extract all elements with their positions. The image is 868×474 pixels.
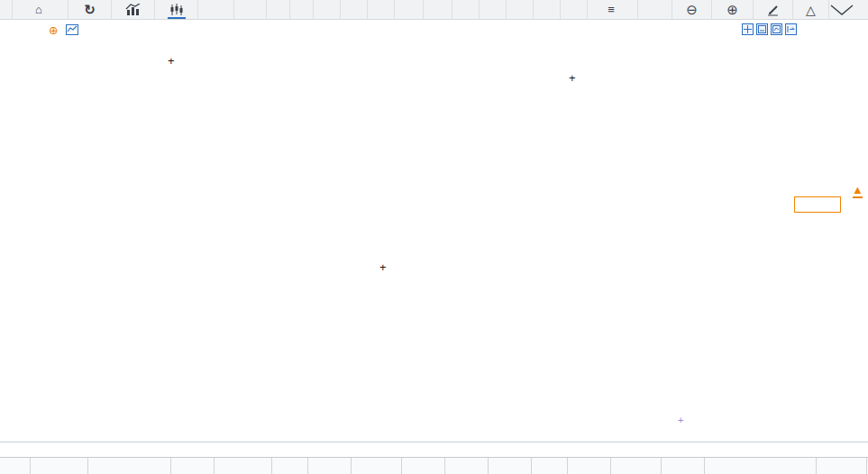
x-axis-row [0,442,868,457]
shape-tool-button[interactable]: △ [793,0,829,19]
zoom-in-icon: ⊕ [726,2,738,18]
more-button[interactable]: ≡ [588,0,638,19]
pane-shift-icon[interactable] [785,23,797,35]
clipped-tool-button[interactable] [829,0,868,19]
formula-button[interactable] [638,0,672,19]
period-5d-button[interactable] [234,0,267,19]
clipped-tool-icon [829,4,868,16]
period-1m-button[interactable] [267,0,290,19]
period-2h-button[interactable] [395,0,424,19]
tab-psy[interactable] [568,458,611,474]
home-icon: ⌂ [35,3,42,16]
bar-chart-icon [125,4,141,16]
tab-pp[interactable] [272,458,308,474]
refresh-button[interactable]: ↻ [69,0,112,19]
period-week-button[interactable] [480,0,507,19]
home-button[interactable]: ⌂ [13,0,69,19]
period-5m-button[interactable] [290,0,314,19]
pane-expand-icon[interactable] [771,23,782,35]
period-tick-button[interactable] [198,0,234,19]
cross-marker-low-apr: + [379,263,387,272]
tab-cci[interactable] [402,458,445,474]
tab-pps[interactable] [308,458,352,474]
chart-canvas[interactable] [0,0,868,474]
period-30m-button[interactable] [341,0,368,19]
pencil-icon [766,4,780,16]
period-10m-button[interactable] [314,0,341,19]
tab-bias[interactable] [352,458,402,474]
period-4h-button[interactable] [424,0,452,19]
rsi-header [41,288,92,301]
tab-ichimoku-cloud[interactable] [705,458,817,474]
indicator-tab-bar [0,457,868,474]
tab-ma[interactable] [171,458,215,474]
period-year-button[interactable] [561,0,588,19]
pane-tool-icons [742,23,797,35]
mini-chart-icon [66,24,78,35]
tab-cr[interactable] [532,458,568,474]
cross-marker-high-jun: + [569,74,576,83]
draw-button[interactable] [754,0,793,19]
cross-marker-high-jan: + [168,57,175,66]
candlestick-view-button[interactable] [155,0,198,19]
tab-vip-indicator[interactable] [88,458,171,474]
macd-header [41,378,92,391]
tab-rsi[interactable] [489,458,532,474]
add-indicator-icon[interactable]: ⊕ [49,23,58,37]
tab-template[interactable] [31,458,88,474]
last-price-badge [794,196,841,213]
period-60m-button[interactable] [368,0,395,19]
chart-application-window: { "toolbar": { "back": "返回", "home": "首页… [0,0,868,474]
period-day-button[interactable] [452,0,480,19]
zoom-in-button[interactable]: ⊕ [712,0,754,19]
candlestick-icon [169,4,184,16]
crosshair-icon[interactable] [742,23,754,35]
back-button[interactable] [0,0,13,19]
period-month-button[interactable] [507,0,534,19]
tab-boll[interactable] [611,458,662,474]
refresh-icon: ↻ [84,2,96,18]
toolbar: ⌂ ↻ ≡ ⊖ ⊕ △ [0,0,868,20]
pane-layout-icon[interactable] [756,23,768,35]
zoom-out-icon: ⊖ [686,2,698,18]
tab-kdj[interactable] [445,458,489,474]
cross-marker-macd: + [678,415,683,424]
tab-main-chart[interactable] [0,458,31,474]
tab-vol[interactable] [662,458,705,474]
symbol-header-bar: ⊕ [0,20,868,40]
tab-macd[interactable] [215,458,272,474]
zoom-out-button[interactable]: ⊖ [672,0,712,19]
active-view-indicator [168,17,186,19]
tab-settings[interactable] [817,458,867,474]
period-quarter-button[interactable] [534,0,561,19]
price-marker-arrow: ▲ [852,185,863,198]
hamburger-icon: ≡ [608,3,615,16]
triangle-icon: △ [806,3,816,17]
bar-chart-view-button[interactable] [112,0,155,19]
